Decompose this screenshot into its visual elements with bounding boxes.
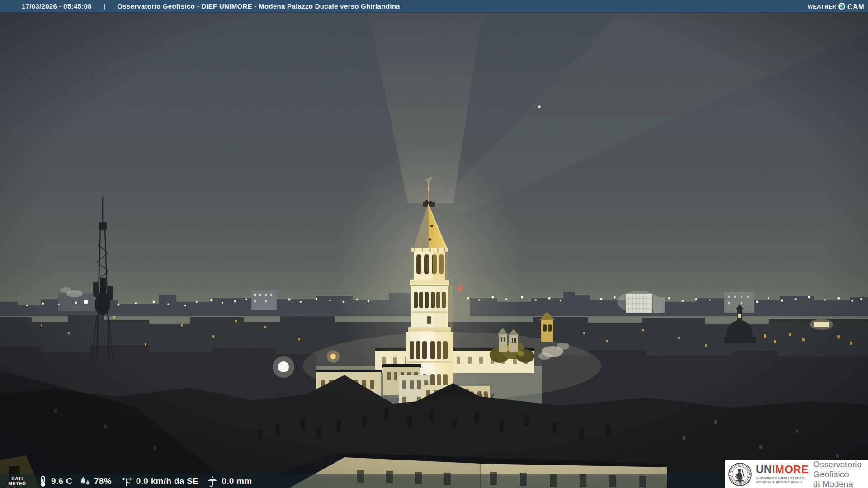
unimore-seal-icon (728, 462, 752, 487)
city-night-scene (0, 0, 868, 488)
humidity-value: 78% (94, 476, 112, 486)
observatory-name: Osservatorio Geofisico di Modena (813, 460, 868, 488)
rain-value: 0.0 mm (222, 476, 252, 486)
webcam-frame: 17/03/2026 - 05:45:08 | Osservatorio Geo… (0, 0, 868, 488)
university-name: UNIVERSITÀ DEGLI STUDI DI MODENA E REGGI… (756, 476, 809, 484)
observatory-name-line2: di Modena (813, 479, 868, 488)
dati-meteo-label: DATI METEO (5, 476, 30, 486)
weathercam-word-cam: Cam (847, 0, 864, 12)
wind-metric: 0.0 km/h da SE (120, 475, 198, 487)
thermometer-icon (37, 475, 48, 487)
header-separator: | (104, 2, 106, 10)
header-bar: 17/03/2026 - 05:45:08 | Osservatorio Geo… (0, 0, 868, 13)
camera-title: Osservatorio Geofisico - DIEF UNIMORE - … (117, 2, 400, 10)
weathercam-logo: Weather Cam (808, 0, 864, 12)
unimore-acronym: UNIMORE (756, 464, 809, 475)
observatory-name-line1: Osservatorio Geofisico (813, 460, 868, 479)
university-name-line1: UNIVERSITÀ DEGLI STUDI DI (756, 476, 809, 480)
film-grain (0, 0, 868, 488)
weathercam-word-weather: Weather (808, 2, 836, 11)
camera-lens-icon (838, 3, 845, 10)
temperature-value: 9.6 C (51, 476, 72, 486)
meteo-line: METEO (5, 481, 30, 486)
datetime-text: 17/03/2026 - 05:45:08 (22, 2, 92, 10)
wind-value: 0.0 km/h da SE (136, 476, 198, 486)
unimore-brand-box: UNIMORE UNIVERSITÀ DEGLI STUDI DI MODENA… (725, 460, 868, 488)
humidity-drops-icon (79, 475, 91, 487)
humidity-metric: 78% (79, 475, 112, 487)
rain-metric: 0.0 mm (207, 475, 252, 487)
unimore-acronym-red: MORE (775, 463, 809, 475)
unimore-acronym-gray: UNI (756, 463, 775, 475)
university-name-line2: MODENA E REGGIO EMILIA (756, 480, 809, 484)
temperature-metric: 9.6 C (37, 475, 72, 487)
wind-vane-icon (120, 475, 133, 487)
unimore-wordmark: UNIMORE UNIVERSITÀ DEGLI STUDI DI MODENA… (756, 464, 809, 484)
rain-umbrella-icon (207, 475, 218, 487)
